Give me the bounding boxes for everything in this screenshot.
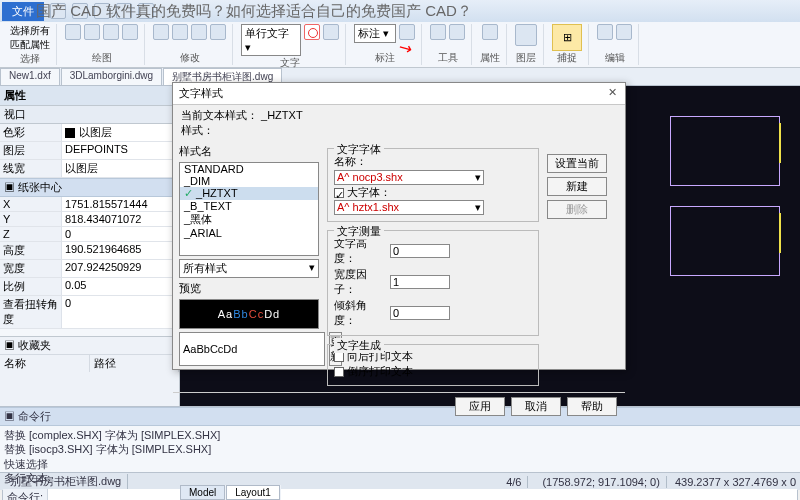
snap-icon: ⊞ xyxy=(563,31,572,44)
upsidedown-label: 倒序打印文本 xyxy=(347,364,413,379)
prop-val-color[interactable]: 以图层 xyxy=(62,124,179,141)
text-style-dialog: 文字样式 ✕ 当前文本样式： _HZTXT 样式： 样式名 STANDARD _… xyxy=(172,82,626,370)
upsidedown-checkbox[interactable] xyxy=(334,367,344,377)
status-page: 4/6 xyxy=(500,476,528,488)
dialog-title: 文字样式 xyxy=(179,86,223,101)
width-factor-label: 宽度因子： xyxy=(334,267,384,297)
apply-button[interactable]: 应用 xyxy=(455,397,505,416)
cut-icon[interactable] xyxy=(597,24,613,40)
prop-key-x: X xyxy=(0,197,62,211)
help-button[interactable]: 帮助 xyxy=(567,397,617,416)
style-item-1[interactable]: _DIM xyxy=(180,175,318,187)
prop-val-scale[interactable]: 0.05 xyxy=(62,278,179,295)
rect-icon[interactable] xyxy=(122,24,138,40)
doc-tab-0[interactable]: New1.dxf xyxy=(0,68,60,85)
set-current-button[interactable]: 设置当前 xyxy=(547,154,607,173)
prop-val-width[interactable]: 207.924250929 xyxy=(62,260,179,277)
entity-type[interactable]: 视口 xyxy=(0,106,179,124)
ribbon-group-edit: 编辑 xyxy=(605,51,625,65)
style-label: 样式： xyxy=(181,123,617,138)
drawing-object-2 xyxy=(670,206,780,276)
backwards-checkbox[interactable] xyxy=(334,352,344,362)
style-item-2[interactable]: _HZTXT xyxy=(180,187,318,200)
preview-label: 预览 xyxy=(179,281,319,296)
style-item-0[interactable]: STANDARD xyxy=(180,163,318,175)
line-icon[interactable] xyxy=(65,24,81,40)
trim-icon[interactable] xyxy=(210,24,226,40)
ribbon-group-layer: 图层 xyxy=(516,51,536,65)
prop-key-z: Z xyxy=(0,227,62,241)
properties-title: 属性 xyxy=(0,86,179,106)
oblique-input[interactable] xyxy=(390,306,450,320)
mtext-icon[interactable] xyxy=(323,24,339,40)
preview-text-input[interactable] xyxy=(179,332,325,366)
prop-key-y: Y xyxy=(0,212,62,226)
width-factor-input[interactable] xyxy=(390,275,450,289)
style-listbox[interactable]: STANDARD _DIM _HZTXT _B_TEXT _黑体 _ARIAL xyxy=(179,162,319,256)
style-item-4[interactable]: _黑体 xyxy=(180,212,318,227)
style-item-5[interactable]: _ARIAL xyxy=(180,227,318,239)
bigfont-checkbox[interactable]: ✓ xyxy=(334,188,344,198)
prop-val-height[interactable]: 190.521964685 xyxy=(62,242,179,259)
model-tab[interactable]: Model xyxy=(180,485,225,500)
status-bar: 别墅书房书柜详图.dwg 4/6 (1758.972; 917.1094; 0)… xyxy=(0,472,800,490)
chevron-down-icon: ▾ xyxy=(475,171,481,184)
command-line-input[interactable] xyxy=(48,489,797,500)
ribbon-group-prop: 属性 xyxy=(480,51,500,65)
prop-geom-header[interactable]: ▣ 纸张中心 xyxy=(0,178,179,197)
prop-val-x[interactable]: 1751.815571444 xyxy=(62,197,179,211)
style-item-3[interactable]: _B_TEXT xyxy=(180,200,318,212)
snap-toggle[interactable]: ⊞ xyxy=(552,24,582,51)
current-style-label: 当前文本样式： xyxy=(181,109,258,121)
prop-val-lineweight[interactable]: 以图层 xyxy=(62,160,179,177)
prop-val-z[interactable]: 0 xyxy=(62,227,179,241)
style-filter-dropdown[interactable]: 所有样式▾ xyxy=(179,259,319,278)
measure-icon[interactable] xyxy=(430,24,446,40)
circle-icon[interactable] xyxy=(84,24,100,40)
new-button[interactable]: 新建 xyxy=(547,177,607,196)
fav-col-name: 名称 xyxy=(0,355,90,372)
height-input[interactable] xyxy=(390,244,450,258)
copy-icon[interactable] xyxy=(172,24,188,40)
ribbon-group-select: 选择 xyxy=(20,52,40,66)
layer-icon[interactable] xyxy=(515,24,537,46)
article-overlay-title: 国产 CAD 软件真的免费吗？如何选择适合自己的免费国产 CAD？ xyxy=(36,2,472,21)
fav-col-path: 路径 xyxy=(90,355,180,372)
font-name-dropdown[interactable]: A^ nocp3.shx▾ xyxy=(334,170,484,185)
paste-icon[interactable] xyxy=(616,24,632,40)
favorites-panel: ▣ 收藏夹 名称 路径 xyxy=(0,336,179,406)
text-dropdown[interactable]: 单行文字 ▾ xyxy=(241,24,301,56)
drawing-object-1 xyxy=(670,116,780,186)
text-style-icon[interactable] xyxy=(304,24,320,40)
prop-val-y[interactable]: 818.434071072 xyxy=(62,212,179,226)
status-coords: (1758.972; 917.1094; 0) xyxy=(536,476,666,488)
select-all-label[interactable]: 选择所有 xyxy=(10,24,50,38)
ribbon-group-dim: 标注 xyxy=(375,51,395,65)
status-size: 439.2377 x 327.4769 x 0 xyxy=(675,476,796,488)
ribbon-group-draw: 绘图 xyxy=(92,51,112,65)
prop-icon[interactable] xyxy=(482,24,498,40)
prop-key-height: 高度 xyxy=(0,242,62,259)
match-prop-label[interactable]: 匹配属性 xyxy=(10,38,50,52)
arc-icon[interactable] xyxy=(103,24,119,40)
cancel-button[interactable]: 取消 xyxy=(511,397,561,416)
layout-tabs: Model Layout1 xyxy=(180,485,281,500)
ribbon-group-modify: 修改 xyxy=(180,51,200,65)
doc-tab-1[interactable]: 3DLamborgini.dwg xyxy=(61,68,162,85)
calc-icon[interactable] xyxy=(449,24,465,40)
prop-key-layer: 图层 xyxy=(0,142,62,159)
layout1-tab[interactable]: Layout1 xyxy=(226,485,280,500)
bigfont-dropdown[interactable]: A^ hztx1.shx▾ xyxy=(334,200,484,215)
favorites-header[interactable]: ▣ 收藏夹 xyxy=(0,337,179,355)
prop-key-color: 色彩 xyxy=(0,124,62,141)
close-icon[interactable]: ✕ xyxy=(605,86,619,100)
prop-val-twist[interactable]: 0 xyxy=(62,296,179,328)
move-icon[interactable] xyxy=(153,24,169,40)
rotate-icon[interactable] xyxy=(191,24,207,40)
chevron-down-icon: ▾ xyxy=(309,261,315,276)
prop-key-twist: 查看扭转角度 xyxy=(0,296,62,328)
dim-dropdown[interactable]: 标注 ▾ xyxy=(354,24,396,43)
command-line-label: 命令行: xyxy=(3,489,48,500)
prop-val-layer[interactable]: DEFPOINTS xyxy=(62,142,179,159)
generation-group-label: 文字生成 xyxy=(334,338,384,353)
